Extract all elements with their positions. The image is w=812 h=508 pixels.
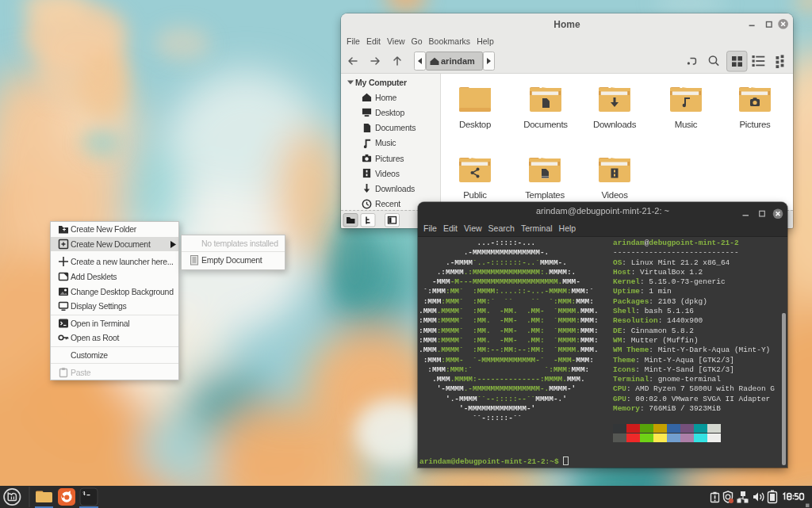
svg-text:arindam: arindam: [441, 56, 475, 66]
